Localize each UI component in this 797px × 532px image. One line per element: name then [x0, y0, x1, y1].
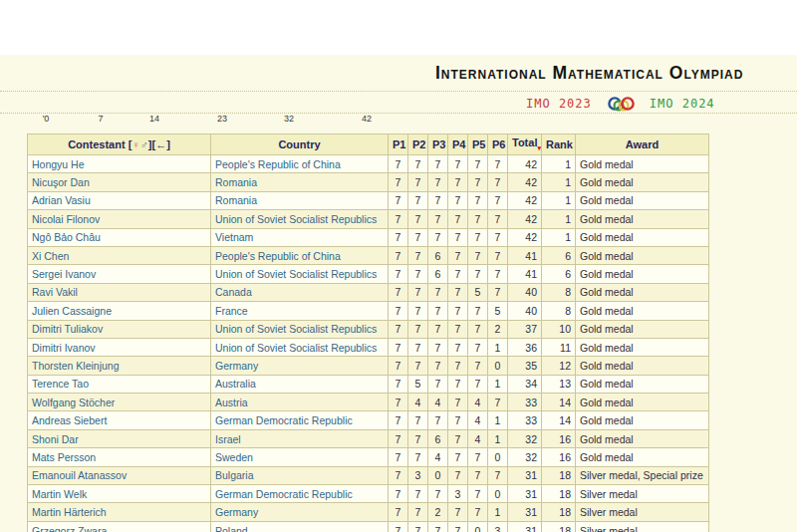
- contestant-link[interactable]: Thorsten Kleinjung: [32, 360, 120, 372]
- award-cell: Gold medal: [576, 338, 709, 356]
- score-cell: 7: [488, 228, 508, 246]
- country-link[interactable]: Australia: [215, 378, 256, 390]
- score-cell: 7: [389, 429, 408, 447]
- score-cell: 7: [468, 265, 488, 283]
- column-header-contestant[interactable]: Contestant [♀♂][←]: [28, 134, 211, 155]
- contestant-link[interactable]: Ngô Bảo Châu: [32, 231, 101, 243]
- score-cell: 2: [488, 320, 508, 338]
- nav-link-imo-2024[interactable]: IMO 2024: [650, 97, 715, 111]
- country-link[interactable]: Union of Soviet Socialist Republics: [215, 213, 377, 225]
- score-cell: 7: [389, 283, 408, 301]
- contestant-link[interactable]: Hongyu He: [32, 158, 85, 170]
- country-link[interactable]: Union of Soviet Socialist Republics: [215, 268, 377, 280]
- contestant-link[interactable]: Dimitri Tuliakov: [32, 323, 103, 335]
- column-header-p3[interactable]: P3: [428, 134, 448, 155]
- score-cell: 7: [389, 394, 408, 411]
- score-cell: 7: [408, 411, 428, 429]
- award-cell: Gold medal: [576, 411, 709, 429]
- contestant-link[interactable]: Nicolai Filonov: [32, 213, 100, 225]
- imo-logo-icon[interactable]: [606, 96, 636, 113]
- country-link[interactable]: People's Republic of China: [215, 250, 341, 262]
- country-link[interactable]: Romania: [215, 176, 257, 188]
- award-cell: Gold medal: [576, 357, 709, 375]
- score-cell: 7: [408, 302, 428, 320]
- score-cell: 5: [408, 375, 428, 393]
- country-link[interactable]: Vietnam: [215, 231, 253, 243]
- nav-link-imo-2023[interactable]: IMO 2023: [526, 97, 592, 111]
- country-link[interactable]: Germany: [215, 506, 258, 518]
- column-header-p4[interactable]: P4: [448, 134, 468, 155]
- column-header-total[interactable]: Total▾: [508, 134, 542, 155]
- contestant-link[interactable]: Grzegorz Zwara: [32, 525, 107, 532]
- country-link[interactable]: German Democratic Republic: [215, 488, 353, 500]
- score-cell: 3: [448, 485, 468, 503]
- country-link[interactable]: Romania: [215, 194, 257, 206]
- country-link[interactable]: People's Republic of China: [215, 158, 341, 170]
- column-header-p1[interactable]: P1: [389, 134, 408, 155]
- score-cell: 7: [468, 320, 488, 338]
- column-header-award[interactable]: Award: [576, 134, 709, 155]
- score-cell: 7: [408, 357, 428, 375]
- column-header-p6[interactable]: P6: [488, 134, 508, 155]
- contestant-link[interactable]: Mats Persson: [32, 451, 96, 463]
- award-cell: Gold medal: [576, 394, 709, 411]
- bracket: ]: [166, 138, 170, 150]
- contestant-link[interactable]: Nicuşor Dan: [32, 176, 90, 188]
- score-cell: 7: [408, 228, 428, 246]
- contestant-link[interactable]: Terence Tao: [32, 378, 89, 390]
- country-link[interactable]: France: [215, 305, 248, 317]
- sort-female-icon[interactable]: ♀: [132, 138, 139, 150]
- contestant-link[interactable]: Sergei Ivanov: [32, 268, 96, 280]
- score-cell: 7: [389, 246, 408, 264]
- rank-cell: 18: [542, 521, 576, 532]
- country-link[interactable]: Poland: [215, 525, 248, 532]
- country-link[interactable]: Union of Soviet Socialist Republics: [215, 323, 377, 335]
- country-link[interactable]: Union of Soviet Socialist Republics: [215, 342, 377, 354]
- column-header-rank[interactable]: Rank: [542, 134, 576, 155]
- country-link[interactable]: German Democratic Republic: [215, 414, 353, 426]
- column-header-country[interactable]: Country: [211, 134, 389, 155]
- table-row: Martin Welk German Democratic Republic 7…: [28, 485, 709, 503]
- contestant-link[interactable]: Wolfgang Stöcher: [32, 397, 115, 408]
- contestant-link[interactable]: Andreas Siebert: [32, 414, 107, 426]
- contestant-link[interactable]: Adrian Vasiu: [32, 194, 91, 206]
- country-link[interactable]: Israel: [215, 433, 241, 445]
- sort-reset-arrow-icon[interactable]: ←: [155, 138, 166, 150]
- score-cell: 1: [488, 429, 508, 447]
- contestant-link[interactable]: Shoni Dar: [32, 433, 79, 445]
- table-row: Hongyu He People's Republic of China 7 7…: [28, 155, 709, 173]
- total-cell: 42: [508, 155, 542, 173]
- total-cell: 40: [508, 302, 542, 320]
- column-header-p5[interactable]: P5: [468, 134, 488, 155]
- score-cell: 7: [408, 448, 428, 466]
- country-link[interactable]: Canada: [215, 286, 252, 298]
- country-link[interactable]: Germany: [215, 360, 258, 372]
- score-cell: 7: [428, 375, 448, 393]
- score-cell: 7: [428, 155, 448, 173]
- country-link[interactable]: Austria: [215, 397, 248, 408]
- contestant-link[interactable]: Ravi Vakil: [32, 286, 78, 298]
- ruler-label: 42: [362, 114, 372, 124]
- contestant-link[interactable]: Emanouil Atanassov: [32, 469, 127, 481]
- contestant-link[interactable]: Xi Chen: [32, 250, 69, 262]
- score-cell: 7: [448, 338, 468, 356]
- award-cell: Silver medal: [576, 485, 709, 503]
- column-header-p2[interactable]: P2: [408, 134, 428, 155]
- score-cell: 7: [408, 320, 428, 338]
- contestant-link[interactable]: Martin Härterich: [32, 506, 107, 518]
- contestant-link[interactable]: Dimitri Ivanov: [32, 342, 96, 354]
- ruler-label: '0: [43, 114, 50, 124]
- score-cell: 0: [488, 357, 508, 375]
- country-link[interactable]: Bulgaria: [215, 469, 254, 481]
- contestant-link[interactable]: Julien Cassaigne: [32, 305, 112, 317]
- sort-male-icon[interactable]: ♂: [140, 138, 148, 150]
- ruler-label: 23: [217, 114, 227, 124]
- score-cell: 7: [488, 191, 508, 209]
- score-cell: 7: [389, 375, 408, 393]
- score-cell: 7: [428, 191, 448, 209]
- contestant-link[interactable]: Martin Welk: [32, 488, 87, 500]
- score-cell: 7: [389, 466, 408, 484]
- award-cell: Gold medal: [576, 429, 709, 447]
- award-cell: Gold medal: [576, 375, 709, 393]
- country-link[interactable]: Sweden: [215, 451, 253, 463]
